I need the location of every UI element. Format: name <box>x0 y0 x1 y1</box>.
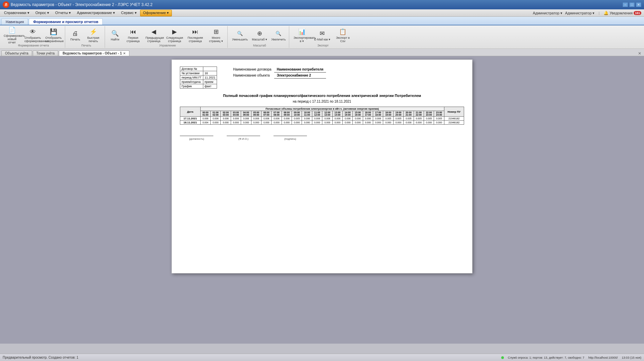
show-saved-label: Отобразить сохранённые <box>45 36 62 43</box>
report-contract-info: Наименование договора Наименование потре… <box>217 67 326 79</box>
new-report-btn[interactable]: 📄 Сформировать новый отчет <box>2 26 22 45</box>
row-value-cell: 0.000 <box>353 121 363 125</box>
prev-page-btn[interactable]: ◀ Предыдущая страница <box>144 26 164 45</box>
prev-page-icon: ◀ <box>150 28 158 36</box>
info-value-grafik: факт <box>203 84 217 89</box>
show-formed-btn[interactable]: 👁 Отобразить сформированные <box>23 26 43 45</box>
row-value-cell: 0.000 <box>302 121 312 125</box>
hour-header-cell: 22:0023:00 <box>424 111 434 117</box>
sig-dolzhnost: (должность) <box>180 131 213 140</box>
export-csv-label: Экспорт в Csv <box>334 36 351 43</box>
fast-print-btn[interactable]: ⚡ Быстрая печать <box>83 26 103 45</box>
row-value-cell: 0.006 <box>312 117 322 121</box>
nav-tab-forming[interactable]: Формирование и просмотр отчетов <box>29 18 103 25</box>
row-value-cell: 0.000 <box>373 121 383 125</box>
info-value-install: 16 <box>203 71 217 76</box>
report-info-box: Договор № № установки 16 период ММ.ГГ 11… <box>180 67 217 89</box>
first-page-label: Первая страница <box>125 36 141 43</box>
first-page-btn[interactable]: ⏮ Первая страница <box>123 26 143 45</box>
title-bar-controls: – □ ✕ <box>623 2 641 7</box>
object-name-value: Электроснабжение 2 <box>274 73 326 79</box>
admin-label[interactable]: Администратор ▾ <box>565 11 595 15</box>
admin-dropdown[interactable]: Администратор ▾ <box>533 11 562 15</box>
doc-tab-strip: Объекты учёта Точки учёта Ведомость пара… <box>0 49 644 56</box>
hour-header-cell: 15:0016:00 <box>353 111 363 117</box>
export-group-label: Экспорт <box>317 44 329 47</box>
hour-header-cell: 02:0003:00 <box>221 111 231 117</box>
zoom-btn[interactable]: ⊕ Масштаб ▾ <box>250 26 269 45</box>
hour-header-cell: 09:0010:00 <box>292 111 302 117</box>
info-label-install: № установки <box>180 71 203 76</box>
export-to-btn[interactable]: 📊 Экспортировать в ▾ <box>292 26 312 45</box>
sig-podpis: (подпись) <box>274 131 307 140</box>
row-value-cell: 0.000 <box>393 121 403 125</box>
menu-opros[interactable]: Опрос ▾ <box>33 10 52 16</box>
row-value-cell: 0.006 <box>302 117 312 121</box>
hour-header-cell: 14:0015:00 <box>342 111 352 117</box>
email-label: E-Mail как ▾ <box>314 38 331 41</box>
row-value-cell: 0.000 <box>241 121 251 125</box>
nav-group-label: Управление <box>159 44 176 47</box>
window-close-btn[interactable]: ✕ <box>636 2 641 7</box>
menu-otchety[interactable]: Отчеты ▾ <box>52 10 74 16</box>
zoom-in-btn[interactable]: 🔍 Увеличить <box>270 26 287 45</box>
row-value-cell: 0.006 <box>363 117 373 121</box>
hour-header-cell: 20:0021:00 <box>404 111 414 117</box>
hour-header-cell: 12:0013:00 <box>322 111 332 117</box>
sig-podpis-caption: (подпись) <box>284 137 296 140</box>
close-all-tabs-btn[interactable]: ✕ <box>638 51 643 56</box>
hour-header-cell: 16:0017:00 <box>363 111 373 117</box>
prev-page-label: Предыдущая страница <box>145 36 162 43</box>
row-value-cell: 0.005 <box>424 117 434 121</box>
table-row: 17.11.20210.0060.0060.0060.0060.0060.006… <box>180 117 464 121</box>
doc-tab-points[interactable]: Точки учёта <box>33 50 58 56</box>
find-label: Найти <box>111 38 119 41</box>
print-icon: 🖨 <box>71 29 79 37</box>
doc-tab-objects[interactable]: Объекты учёта <box>1 50 32 56</box>
show-formed-icon: 👁 <box>29 28 37 36</box>
row-value-cell: 0.000 <box>322 121 332 125</box>
zoom-label: Масштаб ▾ <box>252 38 267 41</box>
doc-tab-report[interactable]: Ведомость параметров - Объект - 1 ✕ <box>59 50 129 56</box>
print-btn[interactable]: 🖨 Печать <box>68 26 83 45</box>
row-value-cell: 0.006 <box>221 117 231 121</box>
table-row: 18.11.20210.0040.0000.0000.0000.0000.000… <box>180 121 464 125</box>
window-minimize-btn[interactable]: – <box>623 2 628 7</box>
hour-header-cell: 23:0024:00 <box>434 111 444 117</box>
email-icon: ✉ <box>318 29 326 37</box>
email-btn[interactable]: ✉ E-Mail как ▾ <box>313 26 332 45</box>
nav-tab-navigation[interactable]: Навигация <box>1 18 28 25</box>
menu-oformlenie[interactable]: Оформление ▾ <box>140 10 172 16</box>
notifications-icon[interactable]: 🔔 Уведомления 161 <box>604 11 641 15</box>
main-area: Договор № № установки 16 период ММ.ГГ 11… <box>0 56 644 344</box>
info-value-period: 11.2021 <box>203 76 217 80</box>
show-saved-icon: 💾 <box>49 28 58 36</box>
hour-header-cell: 01:0002:00 <box>211 111 221 117</box>
window-maximize-btn[interactable]: □ <box>629 2 635 7</box>
hour-header-cell: 18:0019:00 <box>383 111 393 117</box>
sig-fio-line <box>227 131 260 136</box>
zoom-icon: ⊕ <box>255 29 263 37</box>
export-csv-btn[interactable]: 📋 Экспорт в Csv <box>333 26 353 45</box>
row-value-cell: 0.006 <box>241 117 251 121</box>
multi-page-btn[interactable]: ⊞ Много страниц ▾ <box>206 26 226 45</box>
data-table: Дата Почасовые объемы потребления электр… <box>180 107 464 125</box>
sig-podpis-line <box>274 131 307 136</box>
row-value-cell: 0.000 <box>332 121 342 125</box>
zoom-out-btn[interactable]: 🔍 Уменьшить <box>230 26 249 45</box>
title-bar-text: Ведомость параметров - Объект - Электрос… <box>11 2 152 7</box>
show-saved-btn[interactable]: 💾 Отобразить сохранённые <box>43 26 64 45</box>
object-name-label: Наименование объекта <box>230 73 274 79</box>
menu-sprav[interactable]: Справочники ▾ <box>1 10 32 16</box>
next-page-btn[interactable]: ▶ Следующая страница <box>165 26 185 45</box>
last-page-btn[interactable]: ⏭ Последняя страница <box>185 26 205 45</box>
doc-tab-close-btn[interactable]: ✕ <box>123 52 126 55</box>
menu-admin[interactable]: Администрирование ▾ <box>74 10 118 16</box>
menu-servis[interactable]: Сервис ▾ <box>118 10 139 16</box>
info-value-prio: прием <box>203 80 217 84</box>
zoom-out-icon: 🔍 <box>236 29 244 37</box>
find-btn[interactable]: 🔍 Найти <box>108 26 122 45</box>
next-page-label: Следующая страница <box>166 36 183 43</box>
col-header-main: Почасовые объемы потребления электроэнер… <box>200 107 444 111</box>
row-value-cell: 0.006 <box>251 117 261 121</box>
